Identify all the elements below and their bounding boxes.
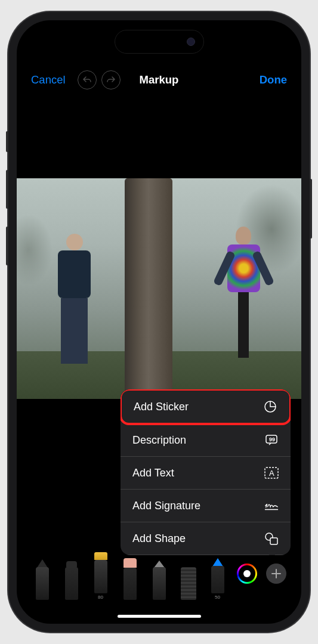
ruler-tool[interactable]	[178, 558, 199, 600]
svg-text:A: A	[269, 469, 274, 478]
description-icon: 99	[264, 433, 279, 447]
menu-item-add-shape[interactable]: Add Shape	[121, 522, 291, 555]
svg-rect-6	[270, 538, 277, 544]
menu-item-label: Add Text	[132, 467, 174, 479]
menu-item-description[interactable]: Description 99	[121, 424, 291, 457]
color-picker-button[interactable]	[237, 564, 257, 584]
text-icon: A	[264, 466, 279, 480]
undo-button[interactable]	[78, 70, 97, 89]
photo-canvas[interactable]	[17, 178, 301, 399]
menu-item-label: Add Signature	[132, 500, 200, 512]
cancel-button[interactable]: Cancel	[31, 73, 66, 86]
dynamic-island	[115, 30, 204, 54]
menu-item-add-text[interactable]: Add Text A	[121, 457, 291, 490]
markup-toolbar: 80 50	[17, 558, 301, 606]
home-indicator[interactable]	[118, 615, 201, 618]
shape-icon	[264, 531, 279, 546]
done-button[interactable]: Done	[260, 73, 287, 86]
pencil-tool[interactable]	[149, 558, 169, 600]
eraser-tool[interactable]	[120, 558, 140, 600]
crayon-tool[interactable]: 50	[208, 558, 228, 600]
iphone-frame: Cancel Markup Done	[8, 12, 310, 632]
nav-bar: Cancel Markup Done	[17, 67, 301, 93]
menu-item-label: Description	[132, 434, 186, 447]
menu-item-label: Add Shape	[132, 532, 186, 545]
add-menu-popup: Add Sticker Description 99 Add Text A Ad…	[121, 389, 291, 555]
highlighter-tool[interactable]: 80	[91, 552, 111, 600]
svg-text:99: 99	[269, 436, 275, 442]
menu-item-add-sticker[interactable]: Add Sticker	[121, 389, 291, 425]
page-title: Markup	[140, 73, 179, 86]
redo-button[interactable]	[101, 70, 121, 89]
menu-item-add-signature[interactable]: Add Signature	[121, 490, 291, 522]
sticker-icon	[263, 400, 277, 414]
add-button[interactable]	[266, 564, 286, 584]
screen: Cancel Markup Done	[17, 20, 301, 624]
signature-icon	[264, 499, 279, 513]
pen-tool[interactable]	[32, 558, 53, 600]
menu-item-label: Add Sticker	[134, 401, 189, 413]
marker-tool[interactable]	[61, 558, 82, 600]
